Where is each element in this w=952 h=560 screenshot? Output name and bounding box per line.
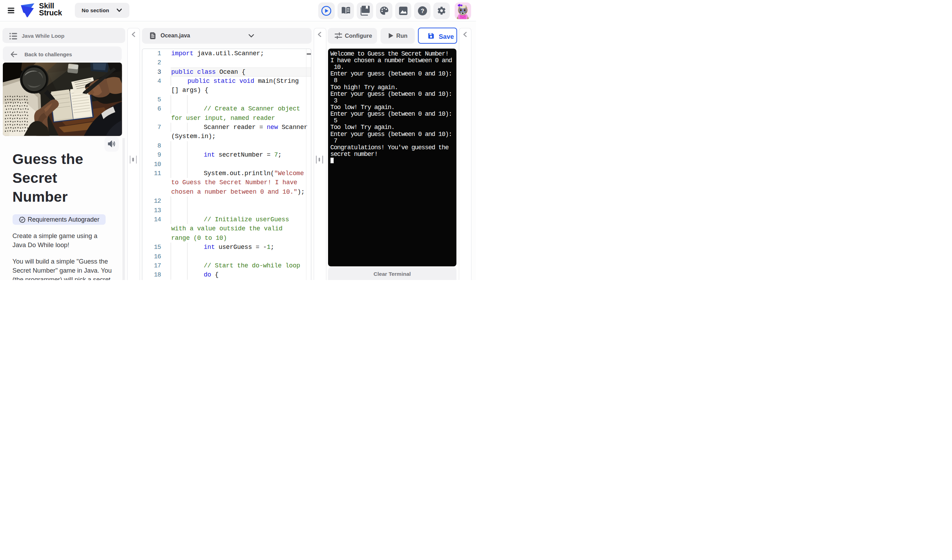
svg-text:?: ? xyxy=(420,7,424,14)
